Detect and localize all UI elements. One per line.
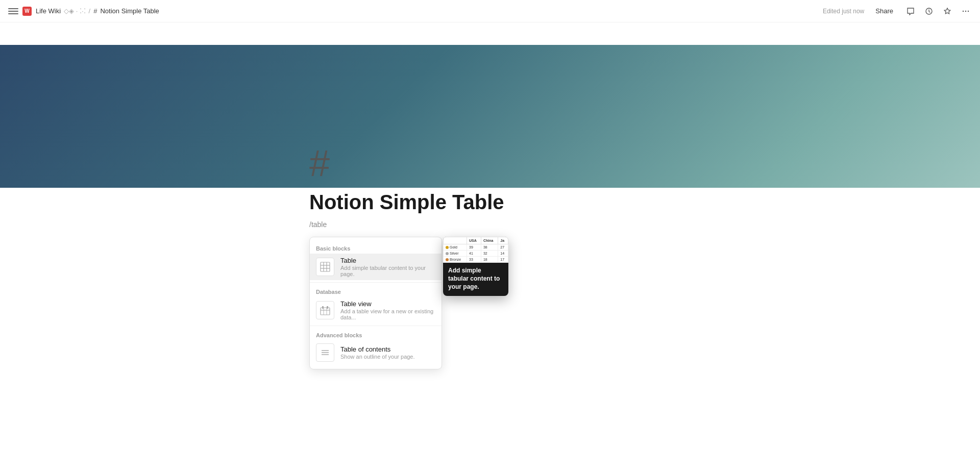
slash-command-input[interactable]: /table [309,220,671,229]
page-content: # Notion Simple Table /table Basic block… [0,22,980,449]
page-title[interactable]: Notion Simple Table [309,190,671,214]
section-basic-blocks: Basic blocks [310,241,442,254]
preview-row-gold: Gold 39 38 27 [444,244,508,251]
svg-rect-12 [327,306,328,309]
preview-row-bronze: Bronze 33 18 17 [444,257,508,263]
topbar-right: Edited just now Share [823,5,972,17]
menu-item-table[interactable]: Table Add simple tabular content to your… [310,254,442,280]
table-item-desc: Add simple tabular content to your page. [340,265,435,277]
site-icon: W [22,7,32,16]
preview-caption: Add simple tabular content to your page. [443,263,508,296]
preview-popup: USA China Ja Gold 39 38 27 S [443,237,508,296]
site-name[interactable]: Life Wiki [36,7,61,15]
edit-status: Edited just now [823,8,864,15]
page-hash-breadcrumb: # [93,7,97,15]
preview-table: USA China Ja Gold 39 38 27 S [443,237,508,263]
topbar: W Life Wiki ◇◈ · ⁚·⁚ / # Notion Simple T… [0,0,980,22]
preview-col-usa: USA [467,237,481,244]
table-view-item-desc: Add a table view for a new or existing d… [340,308,435,320]
toc-item-icon [316,343,334,362]
slash-command-menu[interactable]: Basic blocks Table Add simple tab [309,237,442,369]
svg-point-2 [965,10,966,11]
table-view-item-icon [316,301,334,319]
svg-point-3 [968,10,969,11]
divider-1 [310,282,442,283]
share-button[interactable]: Share [870,5,898,17]
menu-item-toc[interactable]: Table of contents Show an outline of you… [310,340,442,365]
menu-icon[interactable] [8,6,18,16]
breadcrumb-separator: / [89,7,91,15]
table-view-item-text: Table view Add a table view for a new or… [340,300,435,320]
preview-col-empty [444,237,467,244]
preview-row-silver: Silver 41 32 14 [444,251,508,257]
toc-item-title: Table of contents [340,345,435,353]
svg-rect-4 [321,262,330,271]
history-icon[interactable] [923,5,935,17]
more-options-icon[interactable] [960,5,972,17]
table-view-item-title: Table view [340,300,435,308]
comment-icon[interactable] [904,5,917,17]
page-icon-area: # [309,145,671,182]
breadcrumb-decorative: ◇◈ · ⁚·⁚ [64,7,85,15]
breadcrumb-page-title[interactable]: Notion Simple Table [100,7,159,15]
menu-item-table-view[interactable]: Table view Add a table view for a new or… [310,297,442,323]
page-icon: # [309,145,671,182]
toc-item-desc: Show an outline of your page. [340,354,435,360]
favorite-icon[interactable] [941,5,953,17]
section-advanced-blocks: Advanced blocks [310,328,442,340]
preview-col-china: China [481,237,498,244]
svg-rect-9 [321,308,330,315]
divider-2 [310,326,442,326]
toc-item-text: Table of contents Show an outline of you… [340,345,435,360]
topbar-left: W Life Wiki ◇◈ · ⁚·⁚ / # Notion Simple T… [8,6,823,16]
table-item-title: Table [340,257,435,264]
table-item-text: Table Add simple tabular content to your… [340,257,435,277]
svg-rect-11 [322,306,324,309]
preview-col-japan: Ja [498,237,508,244]
breadcrumb: Life Wiki ◇◈ · ⁚·⁚ / # Notion Simple Tab… [36,7,159,15]
page-body: # Notion Simple Table /table Basic block… [260,145,720,369]
section-database: Database [310,285,442,297]
slash-menu-area: Basic blocks Table Add simple tab [309,237,671,369]
table-item-icon [316,258,334,276]
svg-point-1 [963,10,964,11]
